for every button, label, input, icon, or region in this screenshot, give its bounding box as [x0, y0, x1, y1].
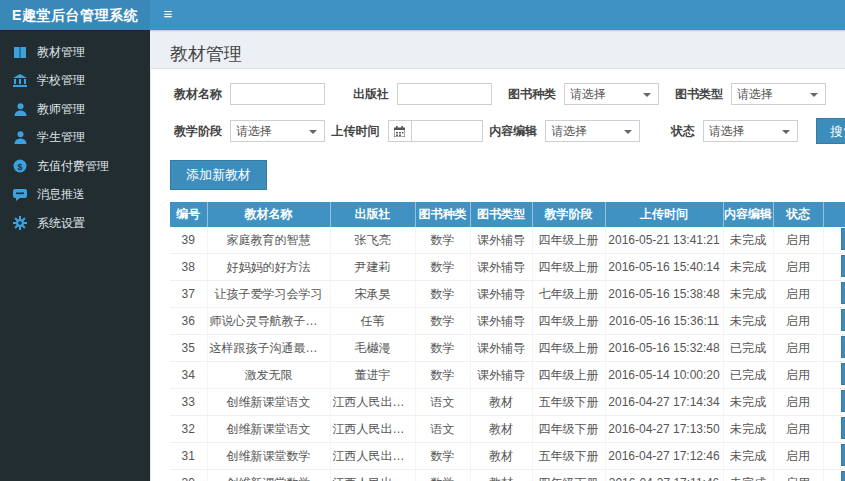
sidebar-item-5[interactable]: $充值付费管理 [0, 152, 150, 181]
col-header: 上传时间 [605, 202, 723, 227]
row-action-button[interactable] [841, 471, 845, 481]
table-cell: 启用 [773, 227, 823, 254]
table-cell: 四年级上册 [532, 308, 605, 335]
col-header: 出版社 [330, 202, 415, 227]
table-cell: 33 [170, 389, 207, 416]
filter-label: 图书类型 [671, 86, 723, 103]
sidebar-item-3[interactable]: 教师管理 [0, 95, 150, 124]
school-icon [13, 74, 27, 88]
table-cell: 数学 [415, 308, 470, 335]
calendar-icon[interactable] [388, 120, 411, 142]
filter-label: 教学阶段 [170, 123, 222, 140]
table-cell: 好妈妈的好方法 [207, 254, 330, 281]
table-cell: 课外辅导 [470, 335, 532, 362]
table-cell: 七年级上册 [532, 281, 605, 308]
col-header: 状态 [773, 202, 823, 227]
table-row: 38好妈妈的好方法尹建莉数学课外辅导四年级上册2016-05-16 15:40:… [170, 254, 845, 281]
table-cell: 2016-04-27 17:12:46 [605, 443, 723, 470]
content-panel: 教材名称出版社图书种类请选择图书类型请选择教学阶段请选择上传时间内容编辑请选择状… [150, 68, 845, 481]
add-textbook-button[interactable]: 添加新教材 [170, 160, 267, 190]
table-cell: 课外辅导 [470, 308, 532, 335]
table-cell: 启用 [773, 254, 823, 281]
table-cell: 34 [170, 362, 207, 389]
select-value: 请选择 [709, 124, 745, 138]
row-action-button[interactable] [841, 444, 845, 466]
row-action-button[interactable] [841, 390, 845, 412]
chevron-down-icon [810, 93, 818, 97]
filter-select[interactable]: 请选择 [230, 120, 325, 142]
date-input[interactable] [411, 120, 483, 142]
book-icon [13, 45, 27, 59]
sidebar-item-2[interactable]: 学校管理 [0, 67, 150, 96]
table-cell: 启用 [773, 470, 823, 481]
table-row: 31创维新课堂数学江西人民出版社数学教材五年级下册2016-04-27 17:1… [170, 443, 845, 470]
select-value: 请选择 [570, 87, 606, 101]
table-cell: 31 [170, 443, 207, 470]
main-content: 教材管理 教材名称出版社图书种类请选择图书类型请选择教学阶段请选择上传时间内容编… [150, 30, 845, 481]
col-header: 图书种类 [415, 202, 470, 227]
filter-label: 图书种类 [504, 86, 556, 103]
table-cell: 32 [170, 416, 207, 443]
table-cell: 2016-05-16 15:36:11 [605, 308, 723, 335]
table-cell: 未完成 [723, 389, 773, 416]
filter-field: 上传时间 [328, 120, 486, 142]
filter-label: 内容编辑 [485, 123, 537, 140]
teacher-icon [13, 102, 27, 116]
filter-label: 上传时间 [328, 123, 380, 140]
filter-select[interactable]: 请选择 [545, 120, 640, 142]
filter-field: 图书种类请选择 [504, 83, 671, 105]
table-cell: 课外辅导 [470, 254, 532, 281]
row-action-button[interactable] [841, 255, 845, 277]
table-cell-actions [823, 227, 845, 254]
filter-field: 内容编辑请选择 [485, 120, 643, 142]
col-header: 图书类型 [470, 202, 532, 227]
filter-select[interactable]: 请选择 [731, 83, 826, 105]
table-cell: 已完成 [723, 362, 773, 389]
sidebar-item-4[interactable]: 学生管理 [0, 124, 150, 153]
chevron-down-icon [643, 93, 651, 97]
table-cell: 启用 [773, 281, 823, 308]
table-cell: 这样跟孩子沟通最有效 [207, 335, 330, 362]
table-cell: 创维新课堂数学 [207, 470, 330, 481]
table-cell: 毛樾漫 [330, 335, 415, 362]
sidebar-item-label: 充值付费管理 [37, 158, 109, 175]
table-cell: 四年级上册 [532, 335, 605, 362]
table-cell: 启用 [773, 416, 823, 443]
svg-text:$: $ [17, 162, 22, 172]
row-action-button[interactable] [841, 228, 845, 250]
search-button[interactable]: 搜索 [816, 118, 845, 144]
filter-label: 教材名称 [170, 86, 222, 103]
row-action-button[interactable] [841, 336, 845, 358]
filter-label: 状态 [643, 123, 695, 140]
row-action-button[interactable] [841, 282, 845, 304]
table-cell: 2016-05-16 15:38:48 [605, 281, 723, 308]
row-action-button[interactable] [841, 309, 845, 331]
filter-row-2: 教学阶段请选择上传时间内容编辑请选择状态请选择搜索 [170, 118, 845, 144]
sidebar-toggle-icon[interactable]: ≡ [150, 0, 186, 30]
table-cell: 数学 [415, 470, 470, 481]
table-cell: 2016-05-16 15:32:48 [605, 335, 723, 362]
filter-select[interactable]: 请选择 [564, 83, 659, 105]
filter-input[interactable] [397, 83, 492, 105]
table-cell: 39 [170, 227, 207, 254]
sidebar-item-7[interactable]: 系统设置 [0, 209, 150, 238]
sidebar-item-6[interactable]: 消息推送 [0, 181, 150, 210]
filter-input[interactable] [230, 83, 325, 105]
table-cell: 教材 [470, 416, 532, 443]
table-cell: 启用 [773, 443, 823, 470]
sidebar-item-1[interactable]: 教材管理 [0, 38, 150, 67]
textbook-table-wrap: 编号教材名称出版社图书种类图书类型教学阶段上传时间内容编辑状态 39家庭教育的智… [170, 202, 845, 481]
table-cell: 尹建莉 [330, 254, 415, 281]
row-action-button[interactable] [841, 363, 845, 385]
table-cell: 2016-05-21 13:41:21 [605, 227, 723, 254]
select-value: 请选择 [551, 124, 587, 138]
student-icon [13, 131, 27, 145]
row-action-button[interactable] [841, 417, 845, 439]
filter-select[interactable]: 请选择 [703, 120, 798, 142]
col-header: 教学阶段 [532, 202, 605, 227]
table-cell: 数学 [415, 281, 470, 308]
table-cell: 四年级上册 [532, 362, 605, 389]
table-cell: 创维新课堂语文 [207, 389, 330, 416]
table-cell: 家庭教育的智慧 [207, 227, 330, 254]
table-cell: 38 [170, 254, 207, 281]
